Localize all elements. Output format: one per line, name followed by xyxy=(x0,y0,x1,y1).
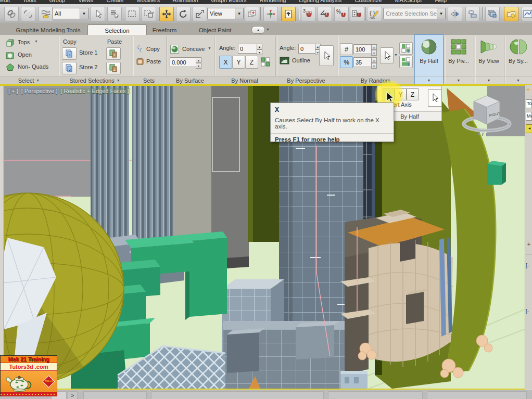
window-crossing-toggle-button[interactable] xyxy=(142,7,156,21)
menu-edit[interactable]: Edit xyxy=(0,0,10,3)
paste-store2-button[interactable]: 2 xyxy=(106,62,121,74)
sets-copy-label[interactable]: Copy xyxy=(146,46,160,52)
unlink-selection-button[interactable] xyxy=(21,7,35,21)
normal-y-axis-button[interactable]: Y xyxy=(232,56,245,69)
normal-z-axis-button[interactable]: Z xyxy=(245,56,258,69)
select-by-name-button[interactable] xyxy=(107,7,122,21)
viewport-menu-view[interactable]: [ Perspective ] xyxy=(20,88,59,94)
select-and-manipulate-button[interactable] xyxy=(263,7,278,21)
copy-store2-button[interactable]: 2 xyxy=(62,62,77,74)
toggle-ribbon-button[interactable] xyxy=(504,7,518,21)
modifier-field-clipped[interactable]: Me xyxy=(526,112,532,121)
random-select-button[interactable] xyxy=(380,47,394,64)
menu-help[interactable]: Help xyxy=(435,0,447,3)
random-percent-spinner[interactable]: ▲▼ xyxy=(371,57,377,69)
plus-icon[interactable]: + xyxy=(526,241,532,247)
menu-create[interactable]: Create xyxy=(106,0,123,3)
select-object-button[interactable] xyxy=(91,7,105,21)
menu-tools[interactable]: Tools xyxy=(23,0,36,3)
by-normal-panel-footer[interactable]: By Normal xyxy=(214,76,275,84)
chevron-down-icon[interactable]: ▼ xyxy=(444,76,473,84)
selection-filter-dropdown[interactable]: All ▼ xyxy=(52,8,88,19)
chevron-down-icon[interactable]: ▼ xyxy=(208,46,211,50)
random-count-mode-button[interactable]: # xyxy=(340,43,353,55)
edit-named-selection-sets-button[interactable]: { }ABC xyxy=(368,7,382,21)
bind-to-spacewarp-button[interactable] xyxy=(39,7,53,21)
named-selection-sets-dropdown[interactable]: Create Selection Se ▼ xyxy=(383,8,446,19)
menu-animation[interactable]: Animation xyxy=(173,0,198,3)
random-by-percent-helper-button[interactable]: ? xyxy=(399,56,413,68)
menu-customize[interactable]: Customize xyxy=(354,0,382,3)
menu-modifiers[interactable]: Modifiers xyxy=(137,0,160,3)
normal-x-axis-button[interactable]: X xyxy=(219,56,232,69)
open-icon[interactable] xyxy=(5,50,15,60)
rollout-bracket[interactable]: [- xyxy=(526,308,532,314)
by-symmetry-button[interactable]: By Sy... ▼ xyxy=(504,35,532,84)
menu-graph-editors[interactable]: Graph Editors xyxy=(211,0,247,3)
surface-threshold-spinner[interactable]: ▲▼ xyxy=(196,57,201,69)
tab-selection[interactable]: Selection xyxy=(87,24,147,36)
tab-freeform[interactable]: Freeform xyxy=(150,25,179,35)
chevron-down-icon[interactable]: ▼ xyxy=(474,76,503,84)
use-pivot-point-center-button[interactable] xyxy=(245,7,259,21)
by-surface-panel-footer[interactable]: By Surface xyxy=(166,76,214,84)
layer-manager-button[interactable] xyxy=(485,7,500,21)
menu-maxscript[interactable]: MAXScript xyxy=(395,0,422,3)
select-panel-footer[interactable]: Select▼ xyxy=(0,76,58,84)
tops-cube-icon[interactable] xyxy=(5,38,15,48)
mirror-button[interactable] xyxy=(448,7,462,21)
select-non-quads-item[interactable]: Non- Quads xyxy=(18,63,48,70)
sets-panel-footer[interactable]: Sets xyxy=(132,76,166,84)
select-and-rotate-button[interactable] xyxy=(176,7,191,21)
sets-paste-icon[interactable] xyxy=(135,57,145,66)
menu-views[interactable]: Views xyxy=(78,0,93,3)
by-half-button[interactable]: By Half ▼ xyxy=(415,35,443,84)
viewport-label[interactable]: [ + ][ Perspective ][ Realistic + Edged … xyxy=(7,88,131,94)
viewport-3d[interactable]: RIGHT xyxy=(3,85,526,390)
by-random-panel-footer[interactable]: By Random xyxy=(337,76,414,84)
chevron-down-icon[interactable]: ▼ xyxy=(504,76,532,84)
perspective-select-button[interactable] xyxy=(319,45,334,66)
random-percent-mode-button[interactable]: % xyxy=(340,56,353,68)
tab-object-paint[interactable]: Object Paint xyxy=(197,25,233,35)
align-button[interactable] xyxy=(465,7,480,21)
sets-paste-label[interactable]: Paste xyxy=(146,58,161,65)
by-pivot-button[interactable]: By Piv... ▼ xyxy=(444,35,473,84)
random-count-spinner[interactable]: ▲▼ xyxy=(371,44,377,56)
select-tops-item[interactable]: Tops xyxy=(18,39,30,45)
paste-store1-button[interactable]: 1 xyxy=(106,47,121,60)
non-quads-pentagon-icon[interactable] xyxy=(5,62,15,72)
byhalf-z-axis-button[interactable]: Z xyxy=(407,88,419,100)
select-and-link-button[interactable] xyxy=(4,7,19,21)
copy-store1-button[interactable]: 1 xyxy=(62,47,77,60)
random-by-count-helper-button[interactable]: ? xyxy=(399,42,413,55)
snaps-toggle-button[interactable]: 3 xyxy=(301,7,315,21)
next-frame-button[interactable]: > xyxy=(68,391,78,399)
spinner-snap-toggle-button[interactable] xyxy=(350,7,364,21)
name-field-clipped[interactable]: To xyxy=(526,99,532,108)
normal-angle-spinner[interactable]: ▲▼ xyxy=(257,44,262,55)
surface-mode-value[interactable]: Concave xyxy=(182,46,205,52)
curve-editor-button[interactable] xyxy=(522,7,532,21)
modifier-list-button-clipped[interactable]: ◄ xyxy=(526,124,532,133)
rollout-bracket[interactable]: [- xyxy=(526,263,532,268)
sets-copy-icon[interactable] xyxy=(135,44,145,54)
select-and-scale-button[interactable] xyxy=(193,7,207,21)
menu-lighting-analysis[interactable]: Lighting Analysis xyxy=(299,0,341,3)
ribbon-minimize-chevron-icon[interactable]: ▼ xyxy=(266,28,270,31)
stored-selections-panel-footer[interactable]: Stored Selections▼ xyxy=(58,76,132,84)
perspective-outline-label[interactable]: Outline xyxy=(292,57,310,63)
surface-threshold-field[interactable]: 0.000 xyxy=(170,57,199,67)
concave-sphere-icon[interactable] xyxy=(170,44,180,54)
select-open-item[interactable]: Open xyxy=(18,52,32,58)
chevron-down-icon[interactable]: ▼ xyxy=(415,76,443,84)
menu-group[interactable]: Group xyxy=(49,0,66,3)
checker-select-icon[interactable] xyxy=(260,57,271,67)
by-view-button[interactable]: By View ▼ xyxy=(474,35,503,84)
outline-icon[interactable] xyxy=(280,56,289,65)
percent-snap-toggle-button[interactable]: % xyxy=(334,7,349,21)
byhalf-select-button[interactable] xyxy=(428,89,442,107)
reference-coordinate-dropdown[interactable]: View ▼ xyxy=(207,8,244,19)
ribbon-minimize-button[interactable]: ▲ xyxy=(251,26,265,34)
keyboard-shortcut-override-button[interactable] xyxy=(281,7,296,21)
